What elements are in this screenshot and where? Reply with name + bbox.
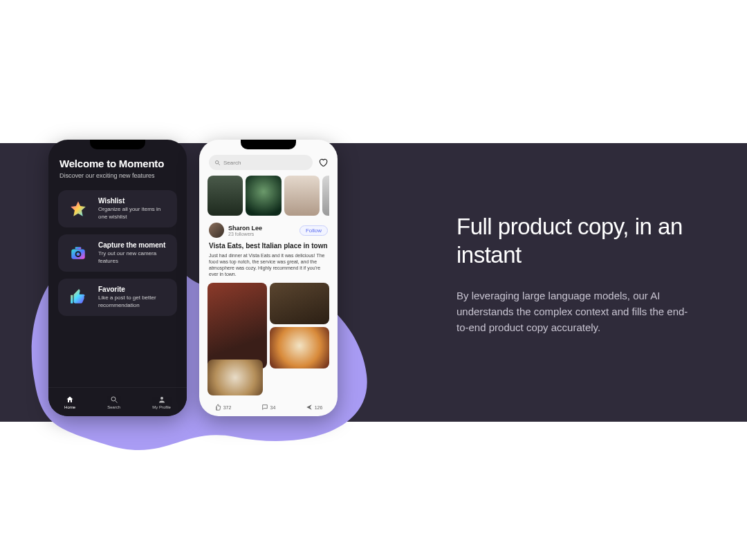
stat-shares[interactable]: 126 <box>306 404 323 411</box>
camera-icon <box>66 241 90 265</box>
image-grid <box>199 176 338 216</box>
thumb-icon <box>214 404 221 411</box>
gallery-thumb[interactable] <box>208 176 243 216</box>
svg-rect-3 <box>75 247 82 249</box>
hero-paragraph: By leveraging large language models, our… <box>456 288 699 336</box>
svg-line-8 <box>219 163 220 165</box>
nav-search[interactable]: Search <box>107 395 120 409</box>
nav-label: Search <box>107 405 120 409</box>
followers-count: 23 followers <box>228 232 262 236</box>
gallery-thumb[interactable] <box>246 176 281 216</box>
comment-icon <box>261 404 268 411</box>
food-image[interactable] <box>208 360 263 395</box>
post-body: Just had dinner at Vista Eats and it was… <box>199 250 338 283</box>
feature-title: Capture the moment <box>98 241 169 249</box>
feature-card-wishlist[interactable]: Wishlist Organize all your items in one … <box>58 190 177 227</box>
phone-notch <box>241 140 296 149</box>
bottom-nav: Home Search My Profile <box>48 387 187 416</box>
follow-button[interactable]: Follow <box>299 225 328 236</box>
avatar[interactable] <box>209 223 224 238</box>
welcome-subtitle: Discover our exciting new features <box>59 172 176 179</box>
food-image[interactable] <box>270 283 329 324</box>
food-image[interactable] <box>208 283 267 368</box>
hero-section: Welcome to Momento Discover our exciting… <box>0 143 747 422</box>
svg-point-6 <box>160 397 163 400</box>
profile-icon <box>158 395 166 404</box>
star-icon <box>66 197 90 221</box>
post-title: Vista Eats, best Italian place in town <box>199 242 338 250</box>
nav-profile[interactable]: My Profile <box>152 395 171 409</box>
phone-mockup-light: Search Sharon Lee 23 followers Follow Vi… <box>199 140 338 416</box>
thumbs-up-icon <box>66 286 90 309</box>
phone-notch <box>90 140 145 149</box>
comments-count: 34 <box>270 405 276 410</box>
feature-desc: Try out our new camera features <box>98 250 169 265</box>
search-placeholder: Search <box>223 160 241 166</box>
welcome-title: Welcome to Momento <box>59 158 176 169</box>
gallery-thumb[interactable] <box>322 176 329 216</box>
svg-line-5 <box>115 400 117 402</box>
hero-heading: Full product copy, in an instant <box>456 212 699 270</box>
nav-label: Home <box>64 405 75 409</box>
feature-card-favorite[interactable]: Favorite Like a post to get better recom… <box>58 279 177 316</box>
feature-card-capture[interactable]: Capture the moment Try out our new camer… <box>58 234 177 272</box>
food-image[interactable] <box>270 327 329 368</box>
phone-mockups: Welcome to Momento Discover our exciting… <box>48 140 367 430</box>
post-stats: 372 34 126 <box>199 404 338 411</box>
svg-point-2 <box>77 252 80 256</box>
search-input[interactable]: Search <box>209 155 313 170</box>
phone-mockup-dark: Welcome to Momento Discover our exciting… <box>48 140 187 416</box>
likes-count: 372 <box>223 405 232 410</box>
svg-point-7 <box>216 160 219 164</box>
share-icon <box>306 404 313 411</box>
nav-home[interactable]: Home <box>64 395 75 409</box>
feature-desc: Like a post to get better recommendation <box>98 295 169 309</box>
search-icon <box>110 395 118 404</box>
nav-label: My Profile <box>152 405 171 409</box>
stat-comments[interactable]: 34 <box>261 404 276 411</box>
feature-title: Favorite <box>98 286 169 293</box>
profile-name: Sharon Lee <box>228 225 262 232</box>
home-icon <box>66 395 74 404</box>
heart-icon[interactable] <box>318 158 328 167</box>
shares-count: 126 <box>315 405 323 410</box>
hero-copy: Full product copy, in an instant By leve… <box>456 212 699 335</box>
search-icon <box>214 160 221 166</box>
svg-point-4 <box>111 397 116 401</box>
stat-likes[interactable]: 372 <box>214 404 232 411</box>
food-grid <box>199 283 338 368</box>
feature-desc: Organize all your items in one wishlist <box>98 206 169 221</box>
gallery-thumb[interactable] <box>284 176 320 216</box>
feature-title: Wishlist <box>98 197 169 205</box>
